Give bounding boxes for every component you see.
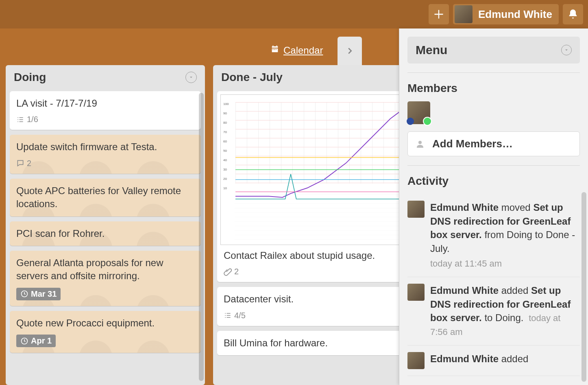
activity-heading: Activity	[407, 175, 580, 188]
activity-text: Edmund White added	[430, 352, 528, 369]
card[interactable]: Quote APC batteries for Valley remote lo…	[10, 179, 201, 217]
members-heading: Members	[407, 82, 580, 95]
add-members-button[interactable]: Add Members…	[407, 131, 580, 156]
activity-actor: Edmund White	[430, 202, 499, 213]
activity-verb: moved	[501, 202, 531, 213]
cards-container: 100908070605040302010 C	[213, 91, 412, 355]
activity-avatar[interactable]	[407, 352, 425, 369]
card-title: LA visit - 7/17-7/19	[16, 97, 194, 110]
board-menu-panel: Menu Members Add Members… Activity Edmun…	[399, 28, 588, 385]
activity-scrollbar[interactable]	[581, 192, 586, 382]
card-title: Bill Umina for hardware.	[224, 337, 402, 350]
chart-plot-area	[235, 102, 401, 184]
divider	[407, 165, 580, 166]
comments-count: 2	[27, 159, 31, 168]
plus-icon	[433, 9, 444, 20]
card-badges: 2	[220, 267, 405, 276]
cards-container: LA visit - 7/17-7/19 1/6 Update switch f…	[6, 91, 205, 353]
due-date-badge: Apr 1	[16, 335, 56, 347]
attachment-badge: 2	[224, 267, 239, 276]
card-title: Quote new Procacci equipment.	[16, 317, 194, 330]
create-button[interactable]	[429, 4, 449, 24]
card[interactable]: Datacenter visit. 4/5	[217, 287, 408, 326]
menu-title: Menu	[416, 43, 447, 57]
card-title: General Atlanta proposals for new server…	[16, 256, 194, 283]
card[interactable]: LA visit - 7/17-7/19 1/6	[10, 91, 201, 130]
activity-verb: added	[501, 353, 529, 364]
chart-y-ticks: 100908070605040302010	[223, 102, 229, 190]
checklist-icon	[224, 311, 232, 319]
activity-text: Edmund White added Set up DNS redirectio…	[430, 284, 580, 339]
activity-item: Edmund White added Set up DNS redirectio…	[407, 277, 580, 346]
card[interactable]: General Atlanta proposals for new server…	[10, 251, 201, 306]
due-date-badge: Mar 31	[16, 288, 61, 300]
card-title: PCI scan for Rohrer.	[16, 227, 194, 240]
chevron-down-icon	[189, 75, 194, 80]
activity-avatar[interactable]	[407, 201, 425, 218]
card-badges: Mar 31	[16, 288, 194, 300]
list-menu-button[interactable]	[185, 72, 197, 83]
checklist-badge: 4/5	[224, 311, 246, 320]
comment-icon	[16, 159, 24, 167]
activity-item: Edmund White added	[407, 346, 580, 376]
card[interactable]: Quote new Procacci equipment. Apr 1	[10, 311, 201, 353]
chevron-down-icon	[564, 48, 569, 52]
list-done-july: Done - July 100908070605040302010	[213, 65, 412, 385]
divider	[407, 72, 580, 73]
clock-icon	[20, 290, 28, 298]
calendar-icon	[270, 45, 279, 56]
list-header: Doing	[6, 65, 205, 91]
due-date-text: Apr 1	[31, 336, 52, 346]
comments-badge: 2	[16, 159, 31, 168]
card-badges: 2	[16, 159, 194, 168]
list-title[interactable]: Done - July	[221, 71, 283, 84]
list-scrollbar[interactable]	[199, 93, 204, 381]
checklist-badge: 1/6	[16, 115, 38, 124]
clock-icon	[20, 337, 28, 345]
activity-suffix: to Doing.	[484, 312, 523, 323]
chart-legend-table	[235, 186, 401, 243]
activity-item: Edmund White moved Set up DNS redirectio…	[407, 194, 580, 277]
activity-time: today at 11:45 am	[430, 258, 580, 270]
checklist-count: 4/5	[234, 311, 246, 320]
calendar-label: Calendar	[283, 45, 323, 56]
activity-actor: Edmund White	[430, 353, 499, 364]
due-date-text: Mar 31	[31, 289, 57, 299]
card-title: Update switch firmware at Testa.	[16, 140, 194, 153]
activity-list: Edmund White moved Set up DNS redirectio…	[407, 194, 580, 376]
chevron-right-icon	[345, 46, 354, 55]
attachment-count: 2	[234, 267, 239, 276]
list-header: Done - July	[213, 65, 412, 91]
calendar-link[interactable]: Calendar	[270, 45, 323, 56]
card-title: Quote APC batteries for Valley remote lo…	[16, 184, 194, 211]
card-title: Datacenter visit.	[224, 293, 402, 306]
checklist-icon	[16, 116, 24, 124]
member-avatar[interactable]	[407, 101, 430, 124]
activity-avatar[interactable]	[407, 284, 425, 301]
card-badges: 4/5	[224, 311, 402, 320]
user-menu[interactable]: Edmund White	[453, 4, 559, 24]
notifications-button[interactable]	[563, 4, 583, 24]
card[interactable]: Update switch firmware at Testa. 2	[10, 135, 201, 173]
card-title: Contact Railex about stupid usage.	[220, 249, 405, 262]
paperclip-icon	[224, 268, 232, 276]
show-menu-tab[interactable]	[338, 37, 362, 65]
card-cover-chart: 100908070605040302010	[220, 94, 405, 245]
card-badges: 1/6	[16, 115, 194, 124]
topbar: Edmund White	[0, 0, 588, 28]
menu-header: Menu	[407, 37, 580, 63]
person-icon	[415, 139, 425, 149]
card[interactable]: PCI scan for Rohrer.	[10, 221, 201, 246]
list-doing: Doing LA visit - 7/17-7/19 1/6 Update sw…	[6, 65, 205, 385]
card[interactable]: 100908070605040302010 C	[217, 91, 408, 282]
card[interactable]: Bill Umina for hardware.	[217, 331, 408, 355]
add-members-label: Add Members…	[432, 138, 513, 150]
list-title[interactable]: Doing	[14, 71, 46, 84]
menu-more-button[interactable]	[561, 45, 572, 55]
checklist-count: 1/6	[27, 115, 38, 124]
activity-actor: Edmund White	[430, 285, 499, 296]
activity-text: Edmund White moved Set up DNS redirectio…	[430, 201, 580, 270]
card-badges: Apr 1	[16, 335, 194, 347]
user-avatar	[455, 5, 473, 23]
activity-verb: added	[501, 285, 529, 296]
